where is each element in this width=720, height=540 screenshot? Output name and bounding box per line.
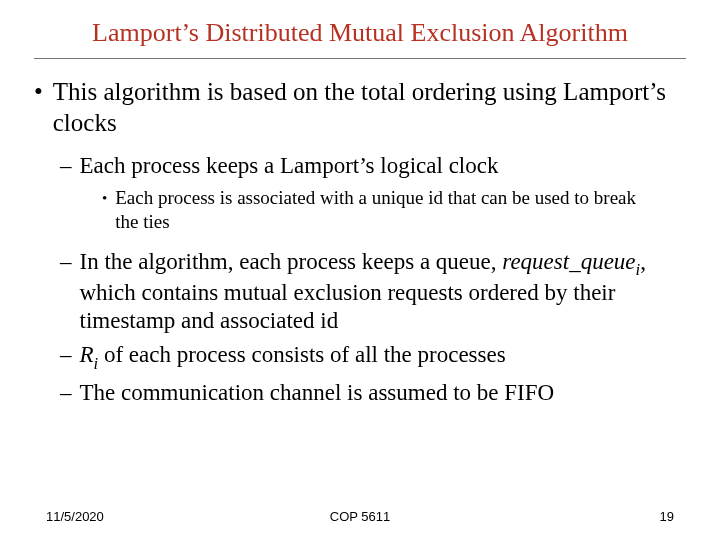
sub-bullet-1-text: Each process keeps a Lamport’s logical c… xyxy=(80,152,499,180)
sub2-prefix: In the algorithm, each process keeps a q… xyxy=(80,249,503,274)
sub3-suffix: of each process consists of all the proc… xyxy=(98,342,506,367)
slide-footer: 11/5/2020 COP 5611 19 xyxy=(0,509,720,524)
dash-icon: – xyxy=(60,341,72,373)
sub2-var: request_queue xyxy=(502,249,635,274)
sub2-subscript: i xyxy=(636,260,641,279)
sub-bullet-2: – In the algorithm, each process keeps a… xyxy=(60,248,690,336)
footer-course: COP 5611 xyxy=(330,509,390,524)
slide-title: Lamport’s Distributed Mutual Exclusion A… xyxy=(50,18,670,48)
sub-bullet-2-text: In the algorithm, each process keeps a q… xyxy=(80,248,691,336)
bullet-main-text: This algorithm is based on the total ord… xyxy=(53,77,690,138)
sub-sub-bullet-1: • Each process is associated with a uniq… xyxy=(102,186,660,234)
footer-date: 11/5/2020 xyxy=(46,509,104,524)
sub-bullet-1: – Each process keeps a Lamport’s logical… xyxy=(60,152,690,180)
dash-icon: – xyxy=(60,379,72,407)
dash-icon: – xyxy=(60,152,72,180)
sub-bullet-4-text: The communication channel is assumed to … xyxy=(80,379,555,407)
sub3-subscript: i xyxy=(94,354,99,373)
slide-content: Lamport’s Distributed Mutual Exclusion A… xyxy=(0,0,720,407)
bullet-main: • This algorithm is based on the total o… xyxy=(30,77,690,138)
footer-page-number: 19 xyxy=(660,509,674,524)
sub3-var: R xyxy=(80,342,94,367)
dash-icon: – xyxy=(60,248,72,336)
title-divider xyxy=(34,58,686,59)
sub-bullet-4: – The communication channel is assumed t… xyxy=(60,379,690,407)
sub-bullet-3: – Ri of each process consists of all the… xyxy=(60,341,690,373)
sub-sub-bullet-1-text: Each process is associated with a unique… xyxy=(115,186,660,234)
sub-bullet-3-text: Ri of each process consists of all the p… xyxy=(80,341,506,373)
bullet-dot-icon: • xyxy=(102,186,107,234)
bullet-dot-icon: • xyxy=(34,77,43,138)
